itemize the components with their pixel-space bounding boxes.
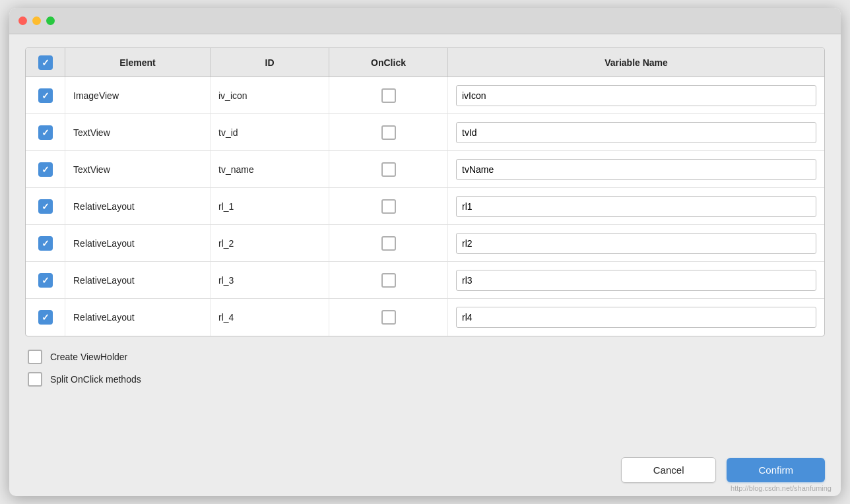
element-id: iv_icon <box>211 77 329 113</box>
variable-name-cell <box>448 262 824 298</box>
element-id: rl_2 <box>211 225 329 261</box>
variable-name-input[interactable] <box>456 196 816 217</box>
element-name: TextView <box>65 114 211 150</box>
table-row: ✓RelativeLayoutrl_3 <box>26 262 824 299</box>
main-window: ✓ Element ID OnClick Variable Name ✓Imag <box>9 8 841 496</box>
row-checkbox-cell[interactable]: ✓ <box>26 188 65 224</box>
bottom-options: Create ViewHolder Split OnClick methods <box>25 350 825 387</box>
onclick-checkbox[interactable] <box>381 236 396 251</box>
element-id: tv_name <box>211 151 329 187</box>
row-checkbox-cell[interactable]: ✓ <box>26 299 65 336</box>
variable-name-input[interactable] <box>456 159 816 180</box>
close-button[interactable] <box>18 16 27 25</box>
onclick-checkbox-cell[interactable] <box>329 77 448 113</box>
onclick-checkbox[interactable] <box>381 310 396 325</box>
row-checkbox-cell[interactable]: ✓ <box>26 262 65 298</box>
row-checkbox-cell[interactable]: ✓ <box>26 77 65 113</box>
table-body: ✓ImageViewiv_icon✓TextViewtv_id✓TextView… <box>26 77 824 336</box>
row-checkbox-cell[interactable]: ✓ <box>26 114 65 150</box>
element-id: rl_3 <box>211 262 329 298</box>
variable-name-input[interactable] <box>456 307 816 328</box>
row-checkbox-cell[interactable]: ✓ <box>26 151 65 187</box>
onclick-checkbox-cell[interactable] <box>329 114 448 150</box>
onclick-checkbox[interactable] <box>381 199 396 214</box>
element-id: rl_1 <box>211 188 329 224</box>
row-checkbox[interactable]: ✓ <box>38 125 53 140</box>
onclick-checkbox[interactable] <box>381 273 396 288</box>
button-row: Cancel Confirm <box>25 441 825 483</box>
element-name: ImageView <box>65 77 211 113</box>
element-name: RelativeLayout <box>65 299 211 336</box>
table-header: ✓ Element ID OnClick Variable Name <box>26 48 824 77</box>
row-checkbox[interactable]: ✓ <box>38 199 53 214</box>
minimize-button[interactable] <box>32 16 41 25</box>
onclick-checkbox-cell[interactable] <box>329 299 448 336</box>
onclick-checkbox[interactable] <box>381 88 396 103</box>
variable-name-input[interactable] <box>456 233 816 254</box>
row-checkbox[interactable]: ✓ <box>38 273 53 288</box>
split-onclick-checkbox[interactable] <box>28 372 42 387</box>
cancel-button[interactable]: Cancel <box>621 457 717 483</box>
element-name: TextView <box>65 151 211 187</box>
onclick-checkbox-cell[interactable] <box>329 188 448 224</box>
onclick-checkbox-cell[interactable] <box>329 262 448 298</box>
onclick-checkbox-cell[interactable] <box>329 151 448 187</box>
confirm-button[interactable]: Confirm <box>727 458 825 482</box>
element-id: rl_4 <box>211 299 329 336</box>
table-row: ✓ImageViewiv_icon <box>26 77 824 114</box>
variable-name-cell <box>448 114 824 150</box>
table-row: ✓RelativeLayoutrl_2 <box>26 225 824 262</box>
header-variable-name: Variable Name <box>448 48 824 77</box>
create-viewholder-checkbox[interactable] <box>28 350 42 364</box>
element-table: ✓ Element ID OnClick Variable Name ✓Imag <box>25 47 825 336</box>
row-checkbox[interactable]: ✓ <box>38 310 53 325</box>
onclick-checkbox-cell[interactable] <box>329 225 448 261</box>
select-all-checkbox[interactable]: ✓ <box>38 55 53 70</box>
row-checkbox-cell[interactable]: ✓ <box>26 225 65 261</box>
variable-name-input[interactable] <box>456 270 816 291</box>
create-viewholder-option[interactable]: Create ViewHolder <box>28 350 825 364</box>
maximize-button[interactable] <box>46 16 55 25</box>
variable-name-cell <box>448 77 824 113</box>
header-element: Element <box>65 48 211 77</box>
element-name: RelativeLayout <box>65 188 211 224</box>
variable-name-input[interactable] <box>456 122 816 143</box>
variable-name-cell <box>448 151 824 187</box>
variable-name-cell <box>448 188 824 224</box>
variable-name-cell <box>448 225 824 261</box>
header-onclick: OnClick <box>329 48 448 77</box>
element-name: RelativeLayout <box>65 262 211 298</box>
content-area: ✓ Element ID OnClick Variable Name ✓Imag <box>9 34 841 496</box>
onclick-checkbox[interactable] <box>381 162 396 177</box>
split-onclick-label: Split OnClick methods <box>50 374 141 385</box>
row-checkbox[interactable]: ✓ <box>38 88 53 103</box>
variable-name-cell <box>448 299 824 336</box>
element-name: RelativeLayout <box>65 225 211 261</box>
header-checkbox-cell[interactable]: ✓ <box>26 48 65 77</box>
header-id: ID <box>211 48 329 77</box>
title-bar <box>9 8 841 34</box>
table-row: ✓TextViewtv_name <box>26 151 824 188</box>
row-checkbox[interactable]: ✓ <box>38 162 53 177</box>
row-checkbox[interactable]: ✓ <box>38 236 53 251</box>
onclick-checkbox[interactable] <box>381 125 396 140</box>
table-row: ✓RelativeLayoutrl_1 <box>26 188 824 225</box>
create-viewholder-label: Create ViewHolder <box>50 352 127 362</box>
split-onclick-option[interactable]: Split OnClick methods <box>28 372 825 387</box>
table-row: ✓RelativeLayoutrl_4 <box>26 299 824 336</box>
variable-name-input[interactable] <box>456 85 816 106</box>
watermark: http://blog.csdn.net/shanfuming <box>731 484 832 492</box>
element-id: tv_id <box>211 114 329 150</box>
table-row: ✓TextViewtv_id <box>26 114 824 151</box>
